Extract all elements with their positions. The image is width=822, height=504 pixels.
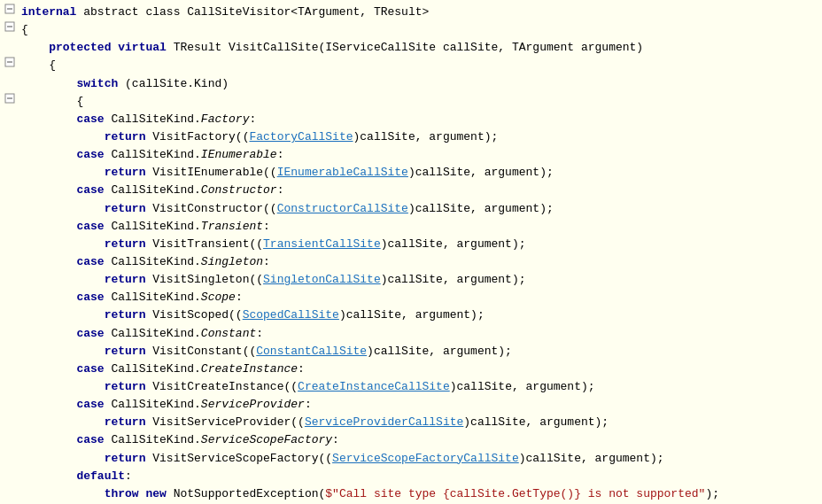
fold-icon[interactable] [4, 21, 16, 32]
code-text: case CallSiteKind.IEnumerable: [19, 146, 822, 164]
code-line: case CallSiteKind.Scope: [0, 289, 822, 306]
token: CallSiteKind. [105, 220, 201, 233]
token: } is not supported" [574, 487, 705, 500]
token [21, 345, 105, 358]
code-line: return VisitServiceProvider((ServiceProv… [0, 414, 822, 431]
token: return [105, 202, 146, 215]
token [21, 112, 76, 126]
code-line: return VisitConstant((ConstantCallSite)c… [0, 343, 822, 361]
code-text: case CallSiteKind.ServiceScopeFactory: [19, 431, 822, 449]
token[interactable]: FactoryCallSite [249, 130, 353, 143]
code-text: return VisitTransient((TransientCallSite… [19, 236, 822, 253]
code-text: default: [19, 468, 822, 485]
token: : [263, 255, 270, 268]
token: NotSupportedException( [167, 487, 325, 500]
token: ServiceProvider [201, 398, 305, 411]
token: VisitConstructor(( [145, 202, 276, 215]
code-text: return VisitFactory((FactoryCallSite)cal… [19, 128, 822, 146]
code-line: case CallSiteKind.IEnumerable: [0, 146, 822, 164]
token[interactable]: CreateInstanceCallSite [298, 380, 450, 393]
code-text: protected virtual TResult VisitCallSite(… [19, 39, 822, 57]
token: $"Call site type {callSite.GetType() [325, 487, 574, 500]
token [21, 237, 105, 251]
code-line: case CallSiteKind.Factory: [0, 111, 822, 128]
fold-icon[interactable] [4, 57, 16, 67]
token: return [105, 237, 146, 251]
token: )callSite, argument); [450, 380, 595, 393]
token: case [76, 112, 104, 126]
token [21, 362, 76, 376]
token: VisitCreateInstance(( [145, 380, 298, 393]
token: case [76, 255, 104, 268]
token: return [105, 308, 146, 322]
token: CallSiteKind. [105, 362, 201, 376]
code-line: return VisitScoped((ScopedCallSite)callS… [0, 306, 822, 324]
fold-icon[interactable] [4, 4, 16, 14]
token[interactable]: ServiceProviderCallSite [305, 415, 463, 429]
code-line: default: [0, 468, 822, 485]
token [21, 487, 105, 500]
code-line: return VisitSingleton((SingletonCallSite… [0, 271, 822, 289]
token: CallSiteKind. [105, 291, 201, 304]
code-text: case CallSiteKind.Constructor: [19, 182, 822, 199]
token [21, 220, 76, 233]
token: VisitTransient(( [145, 237, 263, 251]
token: case [76, 433, 104, 446]
token[interactable]: ConstantCallSite [256, 345, 367, 358]
token: return [105, 166, 146, 179]
token[interactable]: TransientCallSite [263, 237, 381, 251]
token [21, 41, 49, 54]
token[interactable]: ConstructorCallSite [277, 202, 408, 215]
code-text: { [19, 93, 822, 111]
token: case [76, 327, 104, 340]
code-line: case CallSiteKind.CreateInstance: [0, 361, 822, 378]
code-line: case CallSiteKind.Constant: [0, 325, 822, 343]
token: )callSite, argument); [381, 237, 526, 251]
token: CallSiteKind. [105, 327, 201, 340]
token: VisitServiceScopeFactory(( [145, 452, 332, 465]
token [21, 469, 76, 483]
token: : [332, 433, 339, 446]
token: return [105, 130, 146, 143]
token: CallSiteKind. [105, 112, 201, 126]
token[interactable]: SingletonCallSite [263, 273, 381, 286]
code-text: case CallSiteKind.ServiceProvider: [19, 396, 822, 414]
code-text: case CallSiteKind.CreateInstance: [19, 361, 822, 378]
token: VisitScoped(( [145, 308, 242, 322]
code-line: { [0, 21, 822, 39]
code-text: return VisitServiceScopeFactory((Service… [19, 450, 822, 468]
code-line: case CallSiteKind.ServiceScopeFactory: [0, 431, 822, 449]
token [21, 433, 76, 446]
code-text: case CallSiteKind.Scope: [19, 289, 822, 306]
token [21, 398, 76, 411]
token: protected [49, 41, 111, 54]
token: IEnumerable [201, 148, 277, 161]
token: switch [76, 77, 118, 90]
token: CallSiteKind. [105, 183, 201, 197]
code-text: case CallSiteKind.Factory: [19, 111, 822, 128]
token: { [21, 23, 28, 36]
token: : [236, 291, 243, 304]
token [21, 452, 105, 465]
code-line: case CallSiteKind.Constructor: [0, 182, 822, 199]
code-text: return VisitConstructor((ConstructorCall… [19, 200, 822, 218]
code-line: return VisitConstructor((ConstructorCall… [0, 200, 822, 218]
token: )callSite, argument); [519, 452, 664, 465]
token: return [105, 452, 146, 465]
token: VisitFactory(( [145, 130, 249, 143]
token: )callSite, argument); [381, 273, 526, 286]
token: return [105, 380, 146, 393]
token: abstract class CallSiteVisitor [76, 5, 291, 19]
fold-icon[interactable] [4, 93, 16, 104]
code-line: { [0, 93, 822, 111]
token: throw [105, 487, 139, 500]
token [21, 308, 105, 322]
token[interactable]: ServiceScopeFactoryCallSite [332, 452, 519, 465]
token: <TArgument, TResult> [291, 5, 429, 19]
token: CreateInstance [201, 362, 298, 376]
token[interactable]: ScopedCallSite [243, 308, 339, 322]
token: : [256, 327, 263, 340]
code-text: return VisitSingleton((SingletonCallSite… [19, 271, 822, 289]
code-line: case CallSiteKind.Singleton: [0, 253, 822, 271]
token[interactable]: IEnumerableCallSite [277, 166, 408, 179]
